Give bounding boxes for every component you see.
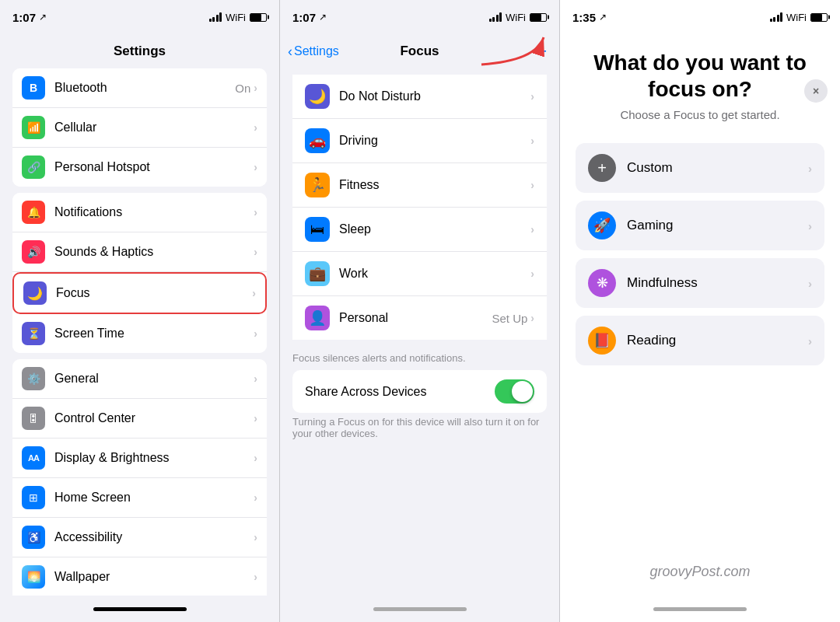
status-time-3: 1:35 <box>572 11 596 24</box>
bluetooth-value: On <box>235 82 250 95</box>
settings-item-wallpaper[interactable]: 🌅 Wallpaper › <box>12 557 267 596</box>
focus-item-work[interactable]: 💼 Work › <box>292 252 547 296</box>
hotspot-label: Personal Hotspot <box>54 160 254 174</box>
gaming-chevron: › <box>808 219 812 232</box>
notifications-icon: 🔔 <box>22 201 45 224</box>
share-label: Share Across Devices <box>305 385 495 399</box>
bluetooth-label: Bluetooth <box>54 81 235 95</box>
reading-icon: 📕 <box>588 327 616 355</box>
driving-icon: 🚗 <box>305 128 330 153</box>
share-description: Turning a Focus on for this device will … <box>280 416 559 449</box>
focus-option-gaming[interactable]: 🚀 Gaming › <box>576 201 824 250</box>
custom-label: Custom <box>627 160 808 176</box>
focus-item-sleep[interactable]: 🛏 Sleep › <box>292 208 547 252</box>
share-row: Share Across Devices <box>292 370 547 413</box>
focus-item-personal[interactable]: 👤 Personal Set Up › <box>292 296 547 340</box>
cellular-label: Cellular <box>54 121 254 135</box>
focus-item-fitness[interactable]: 🏃 Fitness › <box>292 163 547 208</box>
general-chevron: › <box>254 372 257 385</box>
screen-time-icon: ⏳ <box>22 322 45 345</box>
work-chevron: › <box>530 267 534 280</box>
settings-item-sounds[interactable]: 🔊 Sounds & Haptics › <box>12 232 267 272</box>
display-chevron: › <box>254 452 257 464</box>
focus-option-custom[interactable]: + Custom › <box>576 143 824 193</box>
focus-option-reading[interactable]: 📕 Reading › <box>576 316 824 365</box>
general-label: General <box>54 372 254 386</box>
control-center-icon: 🎛 <box>22 407 45 430</box>
toggle-knob <box>512 381 533 402</box>
hotspot-chevron: › <box>254 161 257 173</box>
focus-choice-content: What do you want to focus on? Choose a F… <box>560 34 840 596</box>
sounds-icon: 🔊 <box>22 240 45 264</box>
focus-choice-panel: 1:35 ↗ WiFi × What do you want to focus … <box>560 0 840 622</box>
bluetooth-icon: B <box>22 76 45 100</box>
settings-item-control-center[interactable]: 🎛 Control Center › <box>12 399 267 439</box>
back-label[interactable]: Settings <box>294 44 339 58</box>
battery-icon-1 <box>250 13 267 22</box>
dnd-chevron: › <box>530 90 534 103</box>
settings-item-accessibility[interactable]: ♿ Accessibility › <box>12 518 267 557</box>
settings-item-bluetooth[interactable]: B Bluetooth On › <box>12 68 267 108</box>
status-icons-3: WiFi <box>770 12 828 23</box>
focus-choice-subheading: Choose a Focus to get started. <box>576 108 824 121</box>
sleep-chevron: › <box>530 223 534 236</box>
network-group: B Bluetooth On › 📶 Cellular › 🔗 Personal… <box>12 68 267 187</box>
settings-item-personal-hotspot[interactable]: 🔗 Personal Hotspot › <box>12 148 267 187</box>
dnd-label: Do Not Disturb <box>339 89 530 103</box>
accessibility-label: Accessibility <box>54 530 254 544</box>
notifications-label: Notifications <box>54 205 254 219</box>
focus-panel-title: Focus <box>400 44 439 59</box>
back-chevron: ‹ <box>288 44 292 60</box>
settings-item-screen-time[interactable]: ⏳ Screen Time › <box>12 314 267 353</box>
home-screen-chevron: › <box>254 491 257 504</box>
fitness-chevron: › <box>530 179 534 191</box>
gaming-icon: 🚀 <box>588 211 616 239</box>
wallpaper-icon: 🌅 <box>22 565 45 589</box>
display-icon: AA <box>22 446 45 470</box>
display-label: Display & Brightness <box>54 451 254 465</box>
reading-chevron: › <box>808 334 812 348</box>
settings-item-focus[interactable]: 🌙 Focus › <box>12 272 267 314</box>
control-center-label: Control Center <box>54 411 254 425</box>
battery-icon-2 <box>530 13 547 22</box>
location-icon-1: ↗ <box>39 12 47 23</box>
focus-chevron: › <box>252 287 256 299</box>
personal-label: Personal <box>339 311 492 325</box>
focus-info-text: Focus silences alerts and notifications. <box>280 346 559 370</box>
settings-nav: Settings <box>0 34 279 68</box>
accessibility-icon: ♿ <box>22 526 45 549</box>
gaming-label: Gaming <box>627 218 808 233</box>
cellular-chevron: › <box>254 121 257 134</box>
notifications-group: 🔔 Notifications › 🔊 Sounds & Haptics › 🌙… <box>12 193 267 353</box>
notifications-chevron: › <box>254 206 257 218</box>
status-bar-3: 1:35 ↗ WiFi <box>560 0 840 34</box>
focus-item-driving[interactable]: 🚗 Driving › <box>292 119 547 163</box>
bluetooth-chevron: › <box>254 82 257 94</box>
share-toggle[interactable] <box>495 379 534 404</box>
mindfulness-icon: ❋ <box>588 269 616 297</box>
settings-item-general[interactable]: ⚙️ General › <box>12 359 267 399</box>
settings-item-home-screen[interactable]: ⊞ Home Screen › <box>12 478 267 518</box>
wifi-icon-1: WiFi <box>226 12 246 23</box>
general-group: ⚙️ General › 🎛 Control Center › AA Displ… <box>12 359 267 596</box>
settings-item-notifications[interactable]: 🔔 Notifications › <box>12 193 267 232</box>
home-indicator-3 <box>560 596 840 622</box>
driving-label: Driving <box>339 134 530 148</box>
reading-label: Reading <box>627 333 808 348</box>
focus-option-mindfulness[interactable]: ❋ Mindfulness › <box>576 258 824 308</box>
settings-panel: 1:07 ↗ WiFi Settings B Bluetooth <box>0 0 280 622</box>
custom-chevron: › <box>808 162 812 175</box>
focus-items-group: 🌙 Do Not Disturb › 🚗 Driving › 🏃 Fitness… <box>292 75 547 340</box>
settings-list[interactable]: B Bluetooth On › 📶 Cellular › 🔗 Personal… <box>0 68 279 596</box>
wallpaper-chevron: › <box>254 571 257 583</box>
fitness-label: Fitness <box>339 178 530 192</box>
focus-item-dnd[interactable]: 🌙 Do Not Disturb › <box>292 75 547 119</box>
settings-item-cellular[interactable]: 📶 Cellular › <box>12 108 267 148</box>
settings-item-display[interactable]: AA Display & Brightness › <box>12 439 267 478</box>
focus-label: Focus <box>56 286 252 300</box>
screen-time-chevron: › <box>254 327 257 340</box>
back-button[interactable]: ‹ Settings <box>288 44 339 60</box>
focus-icon: 🌙 <box>23 281 47 305</box>
fitness-icon: 🏃 <box>305 173 330 197</box>
personal-icon: 👤 <box>305 306 330 330</box>
